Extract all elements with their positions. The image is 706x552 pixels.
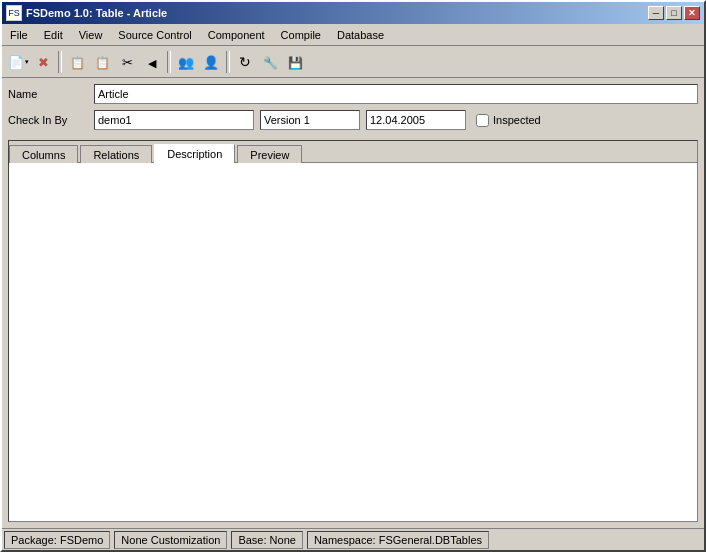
checkin-label: Check In By xyxy=(8,114,88,126)
checkin-row: Check In By Inspected xyxy=(8,110,698,130)
status-customization: None Customization xyxy=(114,531,227,549)
statusbar: Package: FSDemo None Customization Base:… xyxy=(2,528,704,550)
checkin-date-input[interactable] xyxy=(366,110,466,130)
copy-button[interactable] xyxy=(65,50,89,74)
name-input[interactable] xyxy=(94,84,698,104)
paste-button[interactable] xyxy=(90,50,114,74)
delete-icon xyxy=(38,54,49,70)
users-button[interactable] xyxy=(174,50,198,74)
status-package: Package: FSDemo xyxy=(4,531,110,549)
description-textarea[interactable] xyxy=(13,167,693,517)
menu-source-control[interactable]: Source Control xyxy=(110,24,199,45)
maximize-button[interactable]: □ xyxy=(666,6,682,20)
inspected-checkbox[interactable] xyxy=(476,114,489,127)
status-namespace: Namespace: FSGeneral.DBTables xyxy=(307,531,489,549)
paste-icon xyxy=(95,54,110,70)
back-button[interactable] xyxy=(140,50,164,74)
refresh-icon xyxy=(239,54,251,70)
user-icon xyxy=(203,54,219,70)
checkin-version-input[interactable] xyxy=(260,110,360,130)
save-icon xyxy=(288,54,303,70)
tab-description[interactable]: Description xyxy=(154,144,235,163)
menu-component[interactable]: Component xyxy=(200,24,273,45)
inspected-label: Inspected xyxy=(493,114,541,126)
toolbar-sep-2 xyxy=(167,51,171,73)
name-label: Name xyxy=(8,88,88,100)
app-icon: FS xyxy=(6,5,22,21)
window-title: FSDemo 1.0: Table - Article xyxy=(26,7,167,19)
status-base: Base: None xyxy=(231,531,302,549)
delete-button[interactable] xyxy=(31,50,55,74)
name-row: Name xyxy=(8,84,698,104)
tabs-container: Columns Relations Description Preview xyxy=(8,140,698,522)
menu-view[interactable]: View xyxy=(71,24,111,45)
tab-columns[interactable]: Columns xyxy=(9,145,78,164)
tab-content-description xyxy=(9,163,697,521)
tab-bar: Columns Relations Description Preview xyxy=(9,141,697,163)
titlebar-buttons: ─ □ ✕ xyxy=(648,6,700,20)
user-button[interactable] xyxy=(199,50,223,74)
minimize-button[interactable]: ─ xyxy=(648,6,664,20)
back-icon xyxy=(148,54,156,70)
properties-button[interactable] xyxy=(258,50,282,74)
menu-compile[interactable]: Compile xyxy=(273,24,329,45)
menu-database[interactable]: Database xyxy=(329,24,392,45)
checkin-user-input[interactable] xyxy=(94,110,254,130)
main-window: FS FSDemo 1.0: Table - Article ─ □ ✕ Fil… xyxy=(0,0,706,552)
titlebar-left: FS FSDemo 1.0: Table - Article xyxy=(6,5,167,21)
new-icon xyxy=(8,54,24,70)
toolbar-sep-3 xyxy=(226,51,230,73)
copy-icon xyxy=(70,54,85,70)
properties-icon xyxy=(263,54,278,70)
users-icon xyxy=(178,54,194,70)
toolbar: ▾ xyxy=(2,46,704,78)
new-button[interactable]: ▾ xyxy=(6,50,30,74)
tab-relations[interactable]: Relations xyxy=(80,145,152,164)
refresh-button[interactable] xyxy=(233,50,257,74)
tab-preview[interactable]: Preview xyxy=(237,145,302,164)
cut-icon xyxy=(122,54,133,70)
close-button[interactable]: ✕ xyxy=(684,6,700,20)
menubar: File Edit View Source Control Component … xyxy=(2,24,704,46)
inspected-row: Inspected xyxy=(476,114,541,127)
toolbar-sep-1 xyxy=(58,51,62,73)
cut-button[interactable] xyxy=(115,50,139,74)
content-area: Name Check In By Inspected Columns Relat… xyxy=(2,78,704,528)
menu-file[interactable]: File xyxy=(2,24,36,45)
new-dropdown-arrow: ▾ xyxy=(25,58,29,66)
menu-edit[interactable]: Edit xyxy=(36,24,71,45)
titlebar: FS FSDemo 1.0: Table - Article ─ □ ✕ xyxy=(2,2,704,24)
save-button[interactable] xyxy=(283,50,307,74)
